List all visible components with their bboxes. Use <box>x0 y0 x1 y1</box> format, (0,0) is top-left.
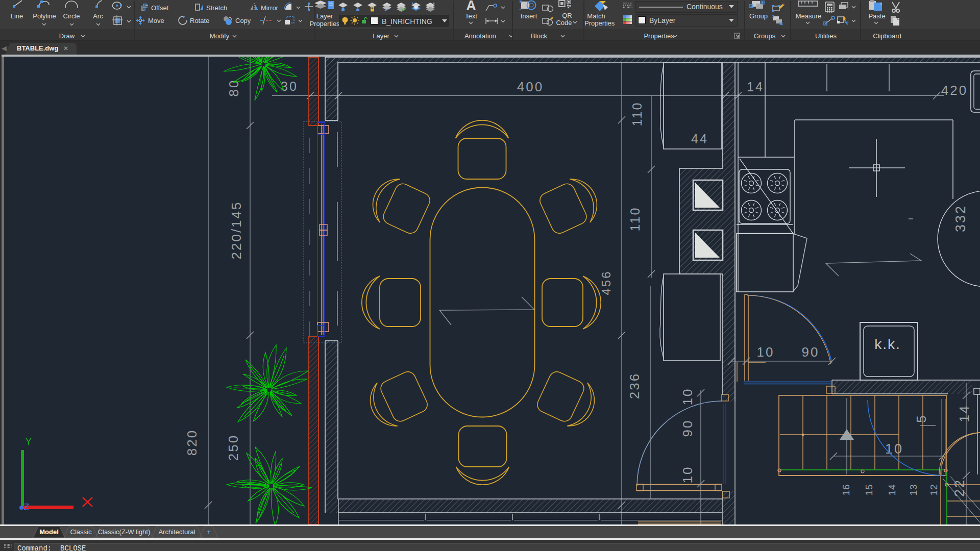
svg-text:90: 90 <box>680 419 695 437</box>
svg-text:12: 12 <box>928 484 939 495</box>
svg-text:14: 14 <box>887 484 897 495</box>
svg-text:110: 110 <box>628 207 642 232</box>
svg-text:10: 10 <box>885 441 903 457</box>
svg-text:250: 250 <box>226 434 241 461</box>
svg-text:22: 22 <box>952 479 967 497</box>
svg-text:90: 90 <box>802 344 820 360</box>
svg-text:44: 44 <box>691 132 708 146</box>
svg-text:456: 456 <box>599 270 613 295</box>
svg-text:Z: Z <box>24 502 30 512</box>
svg-text:10: 10 <box>680 388 695 406</box>
svg-text:110: 110 <box>630 102 644 127</box>
svg-text:10: 10 <box>680 466 695 484</box>
svg-text:14: 14 <box>747 80 764 94</box>
svg-text:420: 420 <box>941 83 968 98</box>
svg-text:Y: Y <box>25 436 32 447</box>
svg-text:220/145: 220/145 <box>229 201 244 260</box>
svg-text:14: 14 <box>957 405 972 422</box>
svg-text:10: 10 <box>757 344 775 360</box>
svg-text:236: 236 <box>627 372 642 399</box>
svg-text:30: 30 <box>281 79 298 93</box>
svg-text:13: 13 <box>908 484 919 495</box>
svg-text:332: 332 <box>953 205 968 232</box>
svg-text:820: 820 <box>184 429 200 456</box>
svg-text:16: 16 <box>841 484 851 495</box>
svg-text:15: 15 <box>864 484 874 495</box>
svg-text:400: 400 <box>517 79 544 94</box>
svg-text:k.k.: k.k. <box>874 336 901 352</box>
svg-text:5: 5 <box>914 414 929 422</box>
